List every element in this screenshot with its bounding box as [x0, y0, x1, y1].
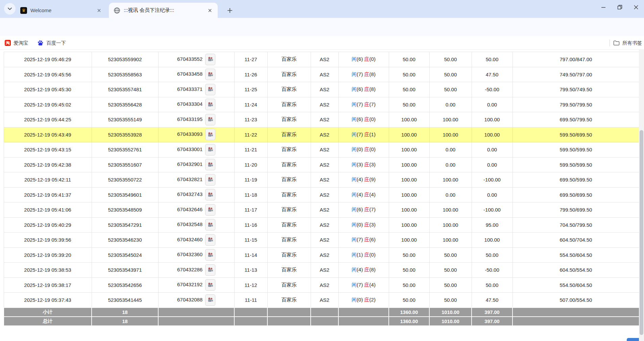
- bet-time: 2025-12-19 05:39:56: [4, 233, 92, 248]
- table-row: 2025-12-19 05:40:29523053547291670432548…: [4, 217, 639, 233]
- valid-amount: 100.00: [429, 202, 472, 218]
- back-to-top-button[interactable]: [627, 338, 640, 341]
- window-restore-icon[interactable]: [612, 0, 628, 14]
- video-replay-button[interactable]: [205, 144, 215, 155]
- video-replay-button[interactable]: [205, 129, 215, 140]
- new-tab-button[interactable]: [224, 5, 235, 16]
- scrollbar-thumb[interactable]: [640, 130, 643, 335]
- folder-icon: [613, 40, 620, 46]
- tab-close-icon[interactable]: [206, 7, 214, 14]
- valid-amount: 50.00: [429, 67, 472, 82]
- balance: 507.00/554.50: [512, 293, 639, 308]
- bet-id: 523053543971: [92, 263, 158, 278]
- video-camera-icon: [208, 87, 213, 92]
- video-replay-button[interactable]: [205, 279, 215, 291]
- round-id: 670432192: [158, 277, 234, 293]
- win-loss: 50.00: [472, 247, 512, 263]
- video-replay-button[interactable]: [205, 159, 215, 170]
- window-close-icon[interactable]: [628, 0, 644, 14]
- win-loss: 0.00: [472, 157, 512, 172]
- table-row: 2025-12-19 05:38:17523053542656670432192…: [4, 277, 639, 293]
- browser-toolbar: 66cxkj98.com/game/betrecord_search/kind3…: [0, 18, 644, 36]
- balance: 799.50/699.50: [512, 202, 639, 218]
- seat-label: AS2: [311, 202, 338, 218]
- game-result: 闲(3) 庄(3): [338, 157, 389, 172]
- seat-label: AS2: [311, 187, 338, 202]
- game-name: 百家乐: [267, 202, 311, 218]
- video-camera-icon: [208, 117, 213, 122]
- video-replay-button[interactable]: [205, 234, 215, 246]
- summary-count: 18: [92, 308, 158, 317]
- table-number: 11-27: [234, 52, 267, 67]
- balance: 599.50/599.50: [512, 142, 639, 157]
- valid-amount: 50.00: [429, 82, 472, 97]
- bet-time: 2025-12-19 05:45:02: [4, 97, 92, 112]
- game-name: 百家乐: [267, 217, 311, 233]
- video-replay-button[interactable]: [205, 264, 215, 276]
- video-replay-button[interactable]: [205, 54, 215, 65]
- bet-time: 2025-12-19 05:42:11: [4, 172, 92, 188]
- video-replay-button[interactable]: [205, 219, 215, 230]
- game-result: 闲(0) 庄(3): [338, 217, 389, 233]
- game-name: 百家乐: [267, 97, 311, 112]
- video-replay-button[interactable]: [205, 69, 215, 80]
- game-name: 百家乐: [267, 293, 311, 308]
- video-camera-icon: [208, 237, 213, 243]
- tab-welcome[interactable]: ♛ Welcome: [16, 3, 107, 18]
- window-minimize-icon[interactable]: [595, 0, 612, 14]
- scrollbar-track[interactable]: [639, 50, 644, 341]
- video-replay-button[interactable]: [205, 189, 215, 200]
- bet-amount: 100.00: [389, 142, 429, 157]
- round-id: 670433195: [158, 112, 234, 127]
- table-row: 2025-12-19 05:44:25523053555149670433195…: [4, 112, 639, 127]
- game-name: 百家乐: [267, 82, 311, 97]
- tab-search-button[interactable]: [4, 3, 16, 15]
- all-bookmarks-button[interactable]: 所有书签: [613, 40, 642, 46]
- balance: 604.50/554.50: [512, 263, 639, 278]
- bet-time: 2025-12-19 05:39:20: [4, 247, 92, 263]
- seat-label: AS2: [311, 97, 338, 112]
- bookmark-taobao[interactable]: 淘 爱淘宝: [3, 38, 30, 48]
- bet-amount: 50.00: [389, 97, 429, 112]
- table-row: 2025-12-19 05:41:37523053549601670432743…: [4, 187, 639, 202]
- win-loss: 50.00: [472, 277, 512, 293]
- table-row: 2025-12-19 05:43:15523053552761670433001…: [4, 142, 639, 157]
- table-row: 2025-12-19 05:42:38523053551607670432901…: [4, 157, 639, 172]
- round-id: 670433093: [158, 127, 234, 142]
- bet-id: 523053541445: [92, 293, 158, 308]
- game-result: 闲(0) 庄(2): [338, 293, 389, 308]
- game-result: 闲(0) 庄(0): [338, 142, 389, 157]
- table-number: 11-18: [234, 187, 267, 202]
- bet-amount: 50.00: [389, 263, 429, 278]
- bookmarks-right: 所有书签: [610, 38, 642, 48]
- video-camera-icon: [208, 162, 213, 168]
- game-result: 闲(7) 庄(7): [338, 97, 389, 112]
- valid-amount: 50.00: [429, 247, 472, 263]
- tab-close-icon[interactable]: [95, 7, 103, 14]
- bet-amount: 50.00: [389, 277, 429, 293]
- valid-amount: 0.00: [429, 97, 472, 112]
- globe-icon: [114, 7, 120, 14]
- video-replay-button[interactable]: [205, 174, 215, 186]
- video-replay-button[interactable]: [205, 294, 215, 306]
- seat-label: AS2: [311, 52, 338, 67]
- bet-id: 523053557481: [92, 82, 158, 97]
- balance: 599.50/599.50: [512, 157, 639, 172]
- tab-title: :::视讯 会员下注纪录:::: [124, 7, 203, 14]
- video-replay-button[interactable]: [205, 204, 215, 216]
- bet-amount: 50.00: [389, 247, 429, 263]
- summary-empty: [311, 308, 338, 317]
- tab-bet-record[interactable]: :::视讯 会员下注纪录:::: [109, 3, 218, 18]
- bet-amount: 100.00: [389, 233, 429, 248]
- bet-time: 2025-12-19 05:43:49: [4, 127, 92, 142]
- video-replay-button[interactable]: [205, 99, 215, 110]
- video-replay-button[interactable]: [205, 249, 215, 261]
- video-replay-button[interactable]: [205, 114, 215, 125]
- balance: 554.50/604.50: [512, 247, 639, 263]
- bookmark-baidu[interactable]: 百度一下: [35, 38, 68, 48]
- video-camera-icon: [208, 72, 213, 77]
- round-id: 670432821: [158, 172, 234, 188]
- video-replay-button[interactable]: [205, 84, 215, 95]
- table-row: 2025-12-19 05:38:53523053543971670432286…: [4, 263, 639, 278]
- summary-empty: [338, 308, 389, 317]
